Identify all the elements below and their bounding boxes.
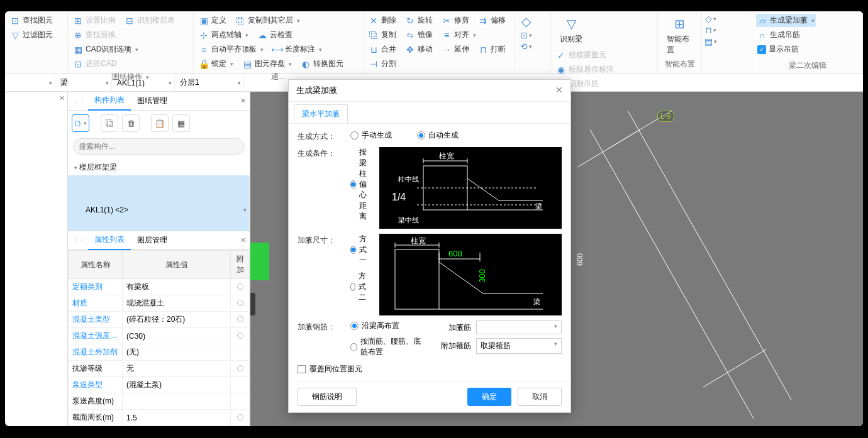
prop-value[interactable]: (C30)	[123, 328, 231, 344]
tool-icon-4[interactable]: ◇ ▾	[706, 14, 716, 24]
property-row[interactable]: 定额类别 有梁板	[69, 279, 250, 295]
copy-other-layer[interactable]: ⿻复制到其它层▾	[234, 14, 301, 27]
prop-attach[interactable]	[231, 312, 250, 328]
prop-value[interactable]: 无	[123, 361, 231, 377]
tree-item[interactable]: AKL1(1) <2>	[68, 175, 250, 231]
ok-button[interactable]: 确定	[467, 388, 511, 406]
prop-value[interactable]: (混凝土泵)	[123, 377, 231, 393]
radio-by-bars[interactable]: 按面筋、腰筋、底筋布置	[350, 336, 427, 358]
selector-component[interactable]: AKL1(1)	[112, 74, 175, 91]
rebar-explain-button[interactable]: 钢筋说明	[298, 388, 357, 406]
radio-method-1[interactable]: 方式一	[350, 234, 370, 266]
two-point-axis[interactable]: ⊹两点辅轴▾	[198, 28, 250, 41]
find-element[interactable]: ⊡查找图元	[9, 14, 54, 27]
cad-rec-options[interactable]: ▦CAD识别选项▾	[72, 43, 140, 56]
prop-attach[interactable]	[231, 361, 250, 377]
prop-attach[interactable]	[231, 295, 250, 312]
prop-attach[interactable]	[231, 393, 250, 410]
move[interactable]: ✥移动	[404, 43, 434, 56]
property-row[interactable]: 截面周长(m) 1.5	[69, 410, 250, 426]
prop-attach[interactable]	[231, 279, 250, 295]
extend[interactable]: →延伸	[440, 43, 470, 56]
tab-property-list[interactable]: 属性列表	[88, 231, 131, 250]
prop-value[interactable]: (碎石粒径：20石)	[123, 312, 231, 328]
panel-close-icon[interactable]: ✕	[240, 236, 246, 244]
tool-icon-5[interactable]: ⊓ ▾	[706, 25, 716, 35]
prop-value[interactable]: 1.5	[123, 410, 231, 426]
property-row[interactable]: 材质 现浇混凝土	[69, 295, 250, 312]
selected-element[interactable]	[250, 243, 269, 280]
gen-hoop[interactable]: ∩生成吊筋	[756, 28, 816, 41]
radio-by-eccentric[interactable]: 按梁柱偏心距离	[350, 147, 370, 222]
delete-button[interactable]: 🗑	[122, 114, 140, 132]
trim[interactable]: ✂修剪	[440, 14, 470, 27]
delete[interactable]: ✕删除	[367, 14, 398, 27]
mirror[interactable]: ⇋镜像	[404, 28, 434, 41]
grip-icon[interactable]: ⋮⋮	[70, 97, 88, 104]
tool-icon-6[interactable]: ▤ ▾	[706, 36, 716, 47]
cancel-button[interactable]: 取消	[518, 388, 562, 406]
property-row[interactable]: 混凝土外加剂 (无)	[69, 344, 250, 361]
copy[interactable]: ⿻复制	[367, 28, 398, 41]
close-icon[interactable]: ✕	[59, 94, 65, 102]
prop-attach[interactable]	[231, 410, 250, 426]
prop-attach[interactable]	[231, 377, 250, 393]
gen-beam-haunch[interactable]: ▱生成梁加腋▾	[756, 14, 816, 27]
tab-component-list[interactable]: 构件列表	[88, 91, 131, 111]
property-row[interactable]: 泵送类型 (混凝土泵)	[69, 377, 250, 393]
paste-button[interactable]: 📋	[151, 114, 169, 132]
length-dim[interactable]: ⟷长度标注▾	[271, 43, 323, 56]
checkbox-overwrite[interactable]: 覆盖同位置图元	[298, 364, 562, 375]
offset[interactable]: ⇉偏移	[477, 14, 507, 27]
prop-attach[interactable]	[231, 344, 250, 361]
prop-value[interactable]: 现浇混凝土	[123, 295, 231, 312]
new-button[interactable]: 🗋▾	[72, 114, 89, 132]
cloud-check[interactable]: ☁云检查	[256, 28, 294, 41]
tree-root[interactable]: 楼层框架梁	[68, 160, 250, 175]
element-store[interactable]: ▤图元存盘▾	[241, 57, 293, 70]
copy-button[interactable]: ⿻	[101, 114, 118, 132]
radio-method-2[interactable]: 方式二	[350, 271, 370, 303]
prop-value[interactable]: (无)	[123, 344, 231, 361]
merge[interactable]: ⊔合并	[367, 43, 398, 56]
selector-1[interactable]	[5, 74, 55, 91]
selector-category[interactable]: 梁	[55, 74, 112, 91]
dialog-close-icon[interactable]: ✕	[555, 85, 563, 96]
show-hoop[interactable]: ✓显示吊筋	[756, 43, 816, 56]
radio-auto[interactable]: 自动生成	[417, 130, 459, 141]
prop-value[interactable]: 有梁板	[123, 279, 231, 295]
break[interactable]: ⊓打断	[477, 43, 507, 56]
tool-icon-1[interactable]: ◇	[518, 14, 533, 29]
input-add-stirrup[interactable]: 取梁箍筋	[476, 338, 562, 354]
prop-value[interactable]	[123, 393, 231, 410]
align[interactable]: ≡对齐▾	[440, 28, 477, 41]
radio-along-height[interactable]: 沿梁高布置	[350, 320, 427, 331]
search-input[interactable]	[73, 138, 245, 155]
property-row[interactable]: 混凝土类型 (碎石粒径：20石)	[69, 312, 250, 328]
dialog-tab-horizontal[interactable]: 梁水平加腋	[294, 104, 348, 123]
input-haunch-bar[interactable]	[476, 320, 562, 334]
split[interactable]: ⊣分割	[367, 57, 398, 70]
radio-manual[interactable]: 手动生成	[350, 130, 392, 141]
define[interactable]: ▣定义	[198, 14, 228, 27]
rotate[interactable]: ↻旋转	[404, 14, 434, 27]
layer-button[interactable]: ▦	[172, 114, 190, 132]
panel-close-icon[interactable]: ✕	[240, 97, 246, 105]
recognize-beam[interactable]: ▽识别梁	[555, 14, 587, 47]
tool-icon-2[interactable]: ⊡ ▾	[521, 30, 531, 40]
property-row[interactable]: 混凝土强度... (C30)	[69, 328, 250, 344]
tab-layer-manage[interactable]: 图层管理	[131, 231, 174, 249]
smart-layout[interactable]: ⊞智能布置	[662, 14, 698, 58]
convert-element[interactable]: ◐转换图元	[299, 57, 345, 70]
tool-icon-3[interactable]: ⟲ ▾	[521, 41, 531, 52]
tab-drawing-manage[interactable]: 图纸管理	[131, 92, 174, 110]
filter-element[interactable]: ▽过滤图元	[9, 28, 54, 41]
auto-flat-top[interactable]: ≡自动平齐顶板▾	[198, 43, 265, 56]
grip-icon[interactable]: ⋮⋮	[70, 237, 88, 244]
selector-layer[interactable]: 分层1	[175, 74, 244, 91]
lock[interactable]: 🔒锁定▾	[198, 57, 235, 70]
property-row[interactable]: 泵送高度(m)	[69, 393, 250, 410]
prop-attach[interactable]	[231, 328, 250, 344]
property-row[interactable]: 抗渗等级 无	[69, 361, 250, 377]
expand-handle[interactable]	[250, 293, 255, 315]
